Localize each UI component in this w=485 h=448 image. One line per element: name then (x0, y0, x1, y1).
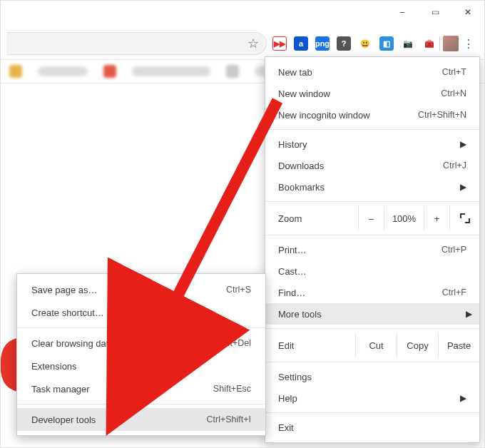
menu-separator (265, 201, 479, 202)
menu-item-shortcut: Ctrl+P (441, 245, 466, 255)
profile-avatar[interactable] (443, 36, 459, 51)
ext-adblock[interactable]: a (294, 36, 308, 51)
menu-separator (265, 412, 479, 413)
submenu-item-create-shortcut[interactable]: Create shortcut… (17, 301, 265, 324)
menu-item-label: Downloads (278, 161, 443, 171)
menu-item-label: Developer tools (31, 414, 206, 425)
menu-item-bookmarks[interactable]: Bookmarks ▶ (265, 176, 479, 198)
submenu-arrow-icon: ▶ (460, 139, 466, 149)
bookmark-icon (9, 65, 22, 78)
ext-camera[interactable]: 📷 (401, 36, 415, 51)
menu-item-label: Exit (278, 422, 466, 433)
more-tools-submenu: Save page as… Ctrl+S Create shortcut… Cl… (16, 273, 266, 436)
menu-item-new-window[interactable]: New window Ctrl+N (265, 83, 479, 104)
menu-separator (17, 327, 265, 328)
menu-item-shortcut: Ctrl+Shift+N (418, 110, 466, 120)
menu-item-label: New incognito window (278, 110, 418, 121)
omnibox-wrap: ☆ (6, 32, 267, 55)
submenu-item-clear-browsing-data[interactable]: Clear browsing data… Ctrl+Shift+Del (17, 332, 265, 355)
extension-icons: ▶▶apng?😃◧📷🧰 (272, 36, 436, 51)
menu-separator (265, 328, 479, 329)
menu-item-label: Bookmarks (278, 182, 456, 193)
main-menu: New tab Ctrl+T New window Ctrl+N New inc… (265, 56, 480, 443)
menu-item-settings[interactable]: Settings (265, 366, 479, 387)
window-controls: – ▭ ✕ (386, 1, 484, 24)
fullscreen-icon (460, 213, 470, 223)
omnibox[interactable]: ☆ (6, 32, 267, 55)
menu-item-cast[interactable]: Cast… (265, 260, 479, 282)
menu-item-label: Print… (278, 245, 441, 255)
menu-item-new-tab[interactable]: New tab Ctrl+T (265, 61, 479, 83)
edit-buttons: Cut Copy Paste (355, 333, 479, 357)
submenu-item-save-page[interactable]: Save page as… Ctrl+S (17, 278, 265, 301)
menu-item-edit: Edit Cut Copy Paste (265, 332, 479, 358)
menu-item-label: Help (278, 393, 456, 404)
menu-item-incognito[interactable]: New incognito window Ctrl+Shift+N (265, 104, 479, 126)
menu-item-more-tools[interactable]: More tools ▶ (265, 303, 479, 325)
kebab-menu-button[interactable]: ⋮ (459, 34, 479, 54)
menu-item-label: Clear browsing data… (31, 338, 195, 349)
bookmark-icon (226, 65, 239, 78)
menu-item-history[interactable]: History ▶ (265, 133, 479, 155)
star-icon[interactable]: ☆ (247, 36, 259, 51)
menu-item-label: Extensions (31, 361, 251, 372)
submenu-item-extensions[interactable]: Extensions (17, 355, 265, 377)
menu-item-exit[interactable]: Exit (265, 417, 479, 438)
menu-item-zoom: Zoom – 100% + (265, 205, 479, 231)
menu-separator (265, 235, 479, 235)
window-close-button[interactable]: ✕ (451, 1, 484, 24)
ext-tag[interactable]: ◧ (379, 36, 394, 51)
copy-button[interactable]: Copy (397, 333, 438, 357)
menu-item-label: New window (278, 88, 441, 99)
menu-item-shortcut: Ctrl+N (441, 88, 466, 98)
submenu-item-developer-tools[interactable]: Developer tools Ctrl+Shift+I (17, 408, 265, 431)
menu-item-shortcut: Ctrl+Shift+I (206, 414, 251, 424)
menu-item-label: New tab (278, 67, 442, 78)
submenu-arrow-icon: ▶ (466, 309, 472, 319)
ext-png[interactable]: png (315, 36, 330, 51)
menu-item-label: Save page as… (31, 285, 226, 295)
bookmark-item-blurred (132, 66, 210, 76)
menu-item-label: Settings (278, 372, 466, 382)
menu-item-label: Create shortcut… (31, 307, 251, 318)
menu-item-shortcut: Ctrl+F (442, 287, 466, 297)
menu-item-shortcut: Ctrl+Shift+Del (195, 338, 251, 348)
menu-item-label: Cast… (278, 266, 466, 277)
zoom-controls: – 100% + (358, 206, 479, 230)
window-maximize-button[interactable]: ▭ (419, 1, 451, 24)
zoom-in-button[interactable]: + (424, 206, 449, 230)
ext-avatar[interactable]: 😃 (358, 36, 372, 51)
menu-separator (17, 404, 265, 404)
bookmark-icon (103, 65, 116, 78)
menu-item-help[interactable]: Help ▶ (265, 387, 479, 409)
zoom-label: Zoom (278, 213, 358, 224)
menu-separator (265, 129, 479, 130)
menu-item-label: More tools (278, 309, 461, 320)
submenu-arrow-icon: ▶ (460, 182, 466, 192)
edit-label: Edit (278, 340, 355, 351)
menu-item-shortcut: Ctrl+J (443, 161, 466, 170)
submenu-arrow-icon: ▶ (460, 393, 466, 403)
menu-item-label: History (278, 139, 456, 150)
menu-item-shortcut: Ctrl+S (226, 285, 251, 295)
ext-record[interactable]: ▶▶ (272, 36, 287, 51)
menu-separator (265, 362, 479, 362)
paste-button[interactable]: Paste (438, 333, 479, 357)
window-minimize-button[interactable]: – (386, 1, 419, 24)
fullscreen-button[interactable] (449, 206, 479, 230)
toolbar-separator (439, 36, 440, 51)
menu-item-label: Task manager (31, 384, 213, 394)
menu-item-label: Find… (278, 287, 442, 298)
ext-question[interactable]: ? (337, 36, 351, 51)
zoom-out-button[interactable]: – (358, 206, 384, 230)
menu-item-shortcut: Shift+Esc (213, 384, 251, 394)
ext-toolbox[interactable]: 🧰 (422, 36, 436, 51)
cut-button[interactable]: Cut (355, 333, 397, 357)
browser-toolbar: ☆ ▶▶apng?😃◧📷🧰 ⋮ (1, 29, 484, 58)
menu-item-print[interactable]: Print… Ctrl+P (265, 239, 479, 260)
menu-item-downloads[interactable]: Downloads Ctrl+J (265, 155, 479, 176)
bookmark-item-blurred (38, 66, 88, 76)
menu-item-find[interactable]: Find… Ctrl+F (265, 282, 479, 303)
menu-item-shortcut: Ctrl+T (442, 67, 466, 77)
submenu-item-task-manager[interactable]: Task manager Shift+Esc (17, 377, 265, 400)
